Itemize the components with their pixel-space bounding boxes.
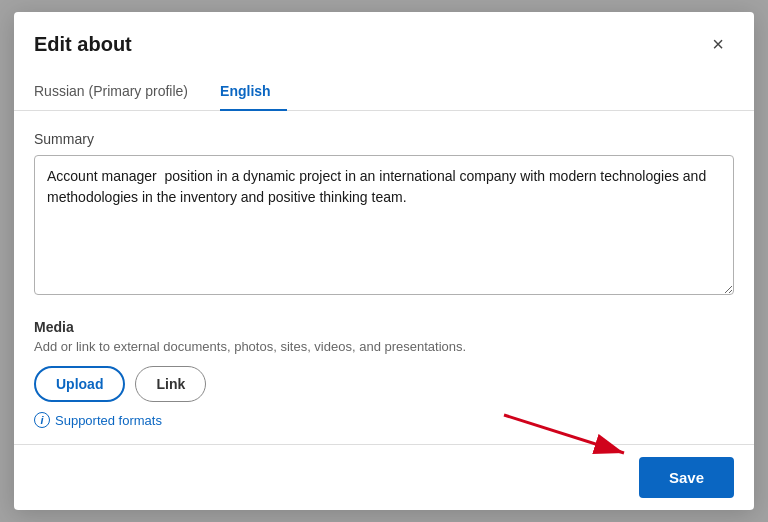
tab-english[interactable]: English xyxy=(220,73,287,111)
dialog-title: Edit about xyxy=(34,33,132,56)
summary-label: Summary xyxy=(34,131,734,147)
dialog-body: Summary Media Add or link to external do… xyxy=(14,111,754,444)
close-button[interactable]: × xyxy=(702,28,734,60)
link-button[interactable]: Link xyxy=(135,366,206,402)
tab-russian[interactable]: Russian (Primary profile) xyxy=(34,73,204,111)
upload-button[interactable]: Upload xyxy=(34,366,125,402)
media-description: Add or link to external documents, photo… xyxy=(34,339,734,354)
media-label: Media xyxy=(34,319,734,335)
supported-formats-label: Supported formats xyxy=(55,413,162,428)
media-buttons: Upload Link xyxy=(34,366,734,402)
save-button[interactable]: Save xyxy=(639,457,734,498)
dialog-footer: Save xyxy=(14,444,754,510)
dialog-header: Edit about × xyxy=(14,12,754,60)
supported-formats-link[interactable]: i Supported formats xyxy=(34,412,734,428)
tabs-row: Russian (Primary profile) English xyxy=(14,72,754,111)
media-section: Media Add or link to external documents,… xyxy=(34,319,734,428)
summary-textarea[interactable] xyxy=(34,155,734,295)
dialog-overlay: Edit about × Russian (Primary profile) E… xyxy=(0,0,768,522)
edit-about-dialog: Edit about × Russian (Primary profile) E… xyxy=(14,12,754,510)
info-icon: i xyxy=(34,412,50,428)
